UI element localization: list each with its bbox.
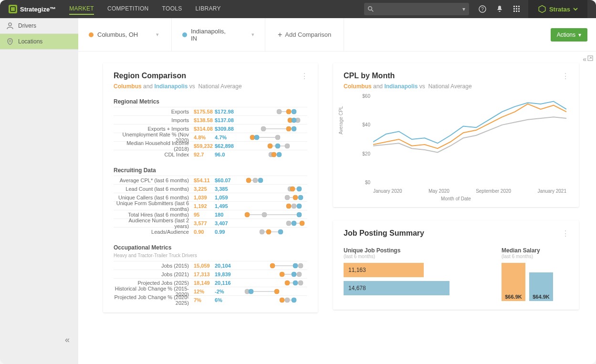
- metric-value-b: 96.0: [215, 152, 236, 157]
- apps-icon[interactable]: [513, 5, 521, 13]
- metric-value-b: 4.7%: [215, 135, 236, 140]
- metric-value-b: 20,104: [215, 263, 236, 269]
- metric-label: Average CPL* (last 6 months): [114, 177, 194, 183]
- x-axis-label: Month of Date: [441, 196, 471, 201]
- bell-icon[interactable]: [496, 5, 503, 13]
- dumbbell-chart: [240, 296, 307, 304]
- metric-value-b: 0.99: [215, 229, 236, 235]
- nav-tab-market[interactable]: MARKET: [69, 3, 94, 15]
- metric-row: Leads/Audience0.900.99: [114, 227, 307, 236]
- metric-value-a: 18,149: [194, 280, 215, 286]
- dumbbell-chart: [240, 270, 307, 278]
- nav-tabs: MARKETCOMPETITIONTOOLSLIBRARY: [69, 3, 221, 15]
- sidebar-item-locations[interactable]: Locations: [0, 34, 78, 50]
- metric-label: Exports + Imports: [114, 126, 194, 132]
- compare-region-a[interactable]: Columbus, OH ▾: [78, 18, 172, 51]
- sidebar-item-drivers[interactable]: Drivers: [0, 18, 78, 34]
- dot-icon: [89, 32, 94, 37]
- kebab-icon[interactable]: ⋮: [301, 72, 307, 81]
- card-subtitle: Columbus and Indianapolis vs National Av…: [114, 83, 242, 90]
- help-icon[interactable]: ?: [479, 5, 486, 13]
- dumbbell-chart: [240, 228, 307, 236]
- y-tick: $60: [354, 94, 370, 99]
- metric-value-b: $60.07: [215, 177, 236, 183]
- dumbbell-chart: [240, 125, 307, 133]
- metric-row: CDL Index92.796.0: [114, 150, 307, 158]
- metric-value-a: $59,232: [194, 143, 215, 149]
- metric-row: Projected Job Change % (2020-2025)7%6%: [114, 295, 307, 304]
- sidebar-icon: [7, 22, 13, 29]
- metric-label: Jobs (2015): [114, 263, 194, 269]
- metric-label: Unique Callers (last 6 months): [114, 195, 194, 200]
- svg-rect-11: [516, 10, 517, 12]
- brand-icon: [9, 5, 17, 13]
- nav-tab-library[interactable]: LIBRARY: [196, 3, 221, 15]
- dot-icon: [182, 32, 187, 37]
- metric-label: Projected Job Change % (2020-2025): [114, 294, 194, 306]
- metric-label: Audience Numbers (last 2 years): [114, 218, 194, 229]
- svg-rect-8: [516, 8, 517, 10]
- metric-value-b: 3,407: [215, 220, 236, 226]
- dumbbell-chart: [240, 134, 307, 141]
- dumbbell-chart: [240, 262, 307, 270]
- dumbbell-chart: [240, 288, 307, 295]
- jp-bar-a: 11,163: [344, 263, 424, 277]
- metric-value-a: 95: [194, 212, 215, 218]
- metric-value-b: $62,898: [215, 143, 236, 149]
- kebab-icon[interactable]: ⋮: [562, 229, 568, 238]
- compare-region-b[interactable]: Indianapolis, IN ▾: [172, 18, 265, 51]
- section-title: Occupational Metrics: [114, 244, 307, 251]
- comparison-header: Columbus, OH ▾ Indianapolis, IN ▾ + Add …: [78, 18, 596, 52]
- metric-row: Exports$175.58$172.98: [114, 107, 307, 115]
- metric-value-a: 1,192: [194, 203, 215, 209]
- dumbbell-chart: [240, 194, 307, 201]
- expand-panel-button[interactable]: «: [583, 55, 593, 63]
- sidebar-collapse-button[interactable]: «: [65, 335, 70, 345]
- metric-row: Jobs (2021)17,31319,839: [114, 270, 307, 278]
- dumbbell-chart: [240, 108, 307, 115]
- metric-value-b: $137.08: [215, 117, 236, 123]
- metric-value-a: 3,225: [194, 186, 215, 192]
- add-comparison-button[interactable]: + Add Comparison: [265, 18, 344, 51]
- x-tick: May 2020: [429, 188, 450, 194]
- section-subtitle: Heavy and Tractor-Trailer Truck Drivers: [114, 253, 307, 258]
- metric-value-a: 12%: [194, 289, 215, 294]
- y-axis-label: Average CPL: [338, 106, 344, 135]
- card-subtitle: Columbus and Indianapolis vs National Av…: [344, 83, 472, 90]
- metric-value-b: 1,495: [215, 203, 236, 209]
- search-input[interactable]: ▾: [364, 3, 469, 15]
- metric-row: Unique Form Submitters (last 6 months)1,…: [114, 201, 307, 210]
- chevron-down-icon: ▾: [251, 31, 254, 38]
- metric-value-b: 6%: [215, 297, 236, 303]
- dumbbell-chart: [240, 202, 307, 210]
- jp-salary-title: Median Salary: [502, 247, 568, 254]
- section-title: Recruiting Data: [114, 167, 307, 174]
- jp-unique-title: Unique Job Postings: [344, 247, 473, 254]
- svg-rect-12: [518, 10, 520, 12]
- svg-rect-6: [518, 6, 520, 7]
- metric-label: Leads/Audience: [114, 229, 194, 235]
- metric-label: Median Household Income (2018): [114, 140, 194, 152]
- job-posting-summary-card: Job Posting Summary ⋮ Unique Job Posting…: [333, 220, 579, 310]
- card-title: Region Comparison: [114, 72, 242, 80]
- kebab-icon[interactable]: ⋮: [562, 72, 568, 81]
- card-title: CPL by Month: [344, 72, 472, 80]
- actions-button[interactable]: Actions ▾: [551, 28, 587, 42]
- add-comparison-label: Add Comparison: [285, 31, 331, 38]
- metric-label: Exports: [114, 109, 194, 114]
- metric-value-b: 1,059: [215, 195, 236, 200]
- nav-tab-competition[interactable]: COMPETITION: [107, 3, 149, 15]
- metric-label: Jobs (2021): [114, 271, 194, 277]
- org-switcher[interactable]: Stratas: [528, 0, 587, 18]
- metric-value-b: 20,116: [215, 280, 236, 286]
- x-tick: January 2020: [373, 188, 402, 194]
- nav-tab-tools[interactable]: TOOLS: [162, 3, 182, 15]
- dumbbell-chart: [240, 151, 307, 158]
- svg-rect-5: [516, 6, 517, 7]
- svg-point-0: [368, 7, 372, 10]
- jp-salary-note: (last 6 months): [502, 254, 568, 259]
- actions-label: Actions: [557, 31, 575, 38]
- dumbbell-chart: [240, 211, 307, 218]
- x-tick: January 2021: [537, 188, 566, 194]
- metric-label: Total Hires (last 6 months): [114, 212, 194, 218]
